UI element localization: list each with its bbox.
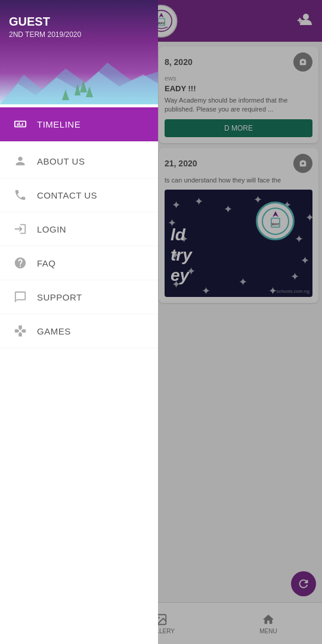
login-icon xyxy=(12,221,29,237)
sidebar-header: GUEST 2ND TERM 2019/2020 xyxy=(0,0,158,104)
faq-icon xyxy=(12,255,29,271)
games-label: GAMES xyxy=(37,326,71,336)
about-label: ABOUT US xyxy=(37,156,85,166)
mountains-decoration xyxy=(0,57,158,104)
timeline-label: TIMELINE xyxy=(37,119,80,129)
support-icon xyxy=(12,289,29,305)
games-icon xyxy=(12,323,29,339)
sidebar-nav: TIMELINE ABOUT US CONTACT US xyxy=(0,104,158,644)
sidebar-item-support[interactable]: SUPPORT xyxy=(0,280,158,314)
sidebar-term-label: 2ND TERM 2019/2020 xyxy=(9,30,149,39)
timeline-icon xyxy=(12,116,29,132)
about-icon xyxy=(12,153,29,169)
sidebar-item-timeline[interactable]: TIMELINE xyxy=(0,107,158,141)
sidebar-item-login[interactable]: LOGIN xyxy=(0,212,158,246)
sidebar-guest-label: GUEST xyxy=(9,15,149,29)
sidebar-item-faq[interactable]: FAQ xyxy=(0,246,158,280)
contact-label: CONTACT US xyxy=(37,190,97,200)
contact-icon xyxy=(12,187,29,203)
sidebar: GUEST 2ND TERM 2019/2020 🦅 🦅 🦅 🦅 🦅 🦅 🦅 🦅… xyxy=(0,0,158,644)
faq-label: FAQ xyxy=(37,258,56,268)
sidebar-item-about[interactable]: ABOUT US xyxy=(0,144,158,178)
support-label: SUPPORT xyxy=(37,292,82,302)
login-label: LOGIN xyxy=(37,224,66,234)
sidebar-item-games[interactable]: GAMES xyxy=(0,314,158,348)
sidebar-item-contact[interactable]: CONTACT US xyxy=(0,178,158,212)
